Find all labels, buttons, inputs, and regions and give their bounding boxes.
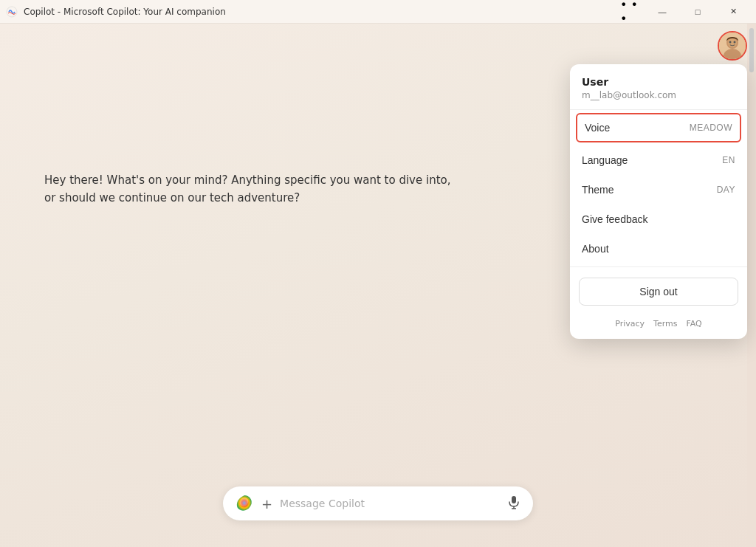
dropdown-item-about[interactable]: About: [570, 234, 747, 264]
feedback-label: Give feedback: [582, 213, 648, 225]
message-input[interactable]: Message Copilot: [280, 498, 499, 509]
dropdown-user-section: User m__lab@outlook.com: [570, 64, 747, 110]
titlebar-left: Copilot - Microsoft Copilot: Your AI com…: [6, 6, 226, 18]
dropdown-divider: [570, 266, 747, 267]
user-dropdown: User m__lab@outlook.com Voice MEADOW Lan…: [570, 64, 747, 339]
avatar-image: [719, 32, 746, 59]
chat-message: Hey there! What's on your mind? Anything…: [44, 171, 458, 207]
dropdown-email: m__lab@outlook.com: [582, 90, 735, 100]
language-value: EN: [722, 155, 735, 165]
dropdown-username: User: [582, 76, 735, 88]
voice-value: MEADOW: [690, 123, 732, 133]
scrollbar-thumb[interactable]: [749, 28, 754, 72]
dropdown-item-voice[interactable]: Voice MEADOW: [576, 113, 741, 142]
microphone-button[interactable]: [506, 495, 521, 512]
language-label: Language: [582, 154, 628, 166]
app-body: Hey there! What's on your mind? Anything…: [0, 24, 756, 547]
svg-rect-7: [512, 496, 516, 503]
terms-link[interactable]: Terms: [653, 319, 677, 328]
input-bar: + Message Copilot: [223, 486, 533, 520]
mic-icon: [506, 495, 521, 509]
dropdown-item-language[interactable]: Language EN: [570, 145, 747, 175]
theme-value: DAY: [717, 185, 735, 195]
theme-label: Theme: [582, 184, 614, 196]
titlebar: Copilot - Microsoft Copilot: Your AI com…: [0, 0, 756, 24]
window-title: Copilot - Microsoft Copilot: Your AI com…: [24, 7, 226, 17]
input-bar-wrapper: + Message Copilot: [0, 486, 756, 547]
dropdown-item-feedback[interactable]: Give feedback: [570, 204, 747, 234]
more-dots: • • •: [620, 0, 644, 26]
signout-section: Sign out: [570, 270, 747, 313]
svg-point-5: [729, 41, 732, 44]
svg-point-6: [734, 41, 736, 44]
avatar-svg: [719, 32, 746, 59]
minimize-button[interactable]: —: [645, 0, 679, 24]
sign-out-button[interactable]: Sign out: [579, 278, 738, 306]
copilot-titlebar-icon: [6, 6, 18, 18]
dropdown-item-theme[interactable]: Theme DAY: [570, 175, 747, 204]
close-button[interactable]: ✕: [716, 0, 750, 24]
copilot-logo-icon: [235, 494, 254, 513]
add-button[interactable]: +: [261, 496, 272, 512]
titlebar-more-options[interactable]: • • •: [620, 0, 644, 24]
voice-label: Voice: [585, 122, 610, 134]
avatar-button[interactable]: [718, 31, 747, 61]
faq-link[interactable]: FAQ: [686, 319, 701, 328]
privacy-link[interactable]: Privacy: [615, 319, 645, 328]
dropdown-footer: Privacy Terms FAQ: [570, 313, 747, 339]
scrollbar[interactable]: [747, 24, 756, 547]
about-label: About: [582, 243, 609, 255]
maximize-button[interactable]: □: [681, 0, 715, 24]
titlebar-controls: • • • — □ ✕: [620, 0, 750, 24]
